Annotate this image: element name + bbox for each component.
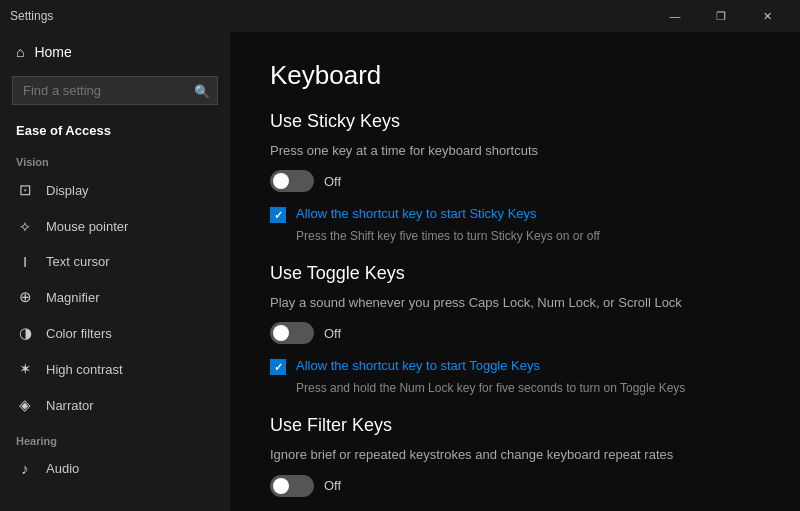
window-controls: — ❐ ✕ xyxy=(652,0,790,32)
narrator-icon: ◈ xyxy=(16,396,34,414)
home-icon: ⌂ xyxy=(16,44,24,60)
sidebar-item-high-contrast[interactable]: ✶ High contrast xyxy=(0,351,230,387)
content-area: Keyboard Use Sticky Keys Press one key a… xyxy=(230,32,800,511)
sticky-keys-title: Use Sticky Keys xyxy=(270,111,760,132)
toggle-keys-title: Use Toggle Keys xyxy=(270,263,760,284)
sticky-keys-toggle-row: Off xyxy=(270,170,760,192)
vision-section-label: Vision xyxy=(0,148,230,172)
sidebar-item-mouse-pointer[interactable]: ⟡ Mouse pointer xyxy=(0,208,230,244)
toggle-keys-checkbox[interactable] xyxy=(270,359,286,375)
filter-keys-toggle[interactable] xyxy=(270,475,314,497)
title-bar: Settings — ❐ ✕ xyxy=(0,0,800,32)
sidebar-item-display[interactable]: ⊡ Display xyxy=(0,172,230,208)
sticky-keys-toggle[interactable] xyxy=(270,170,314,192)
sidebar-narrator-label: Narrator xyxy=(46,398,94,413)
toggle-keys-toggle-label: Off xyxy=(324,326,341,341)
minimize-button[interactable]: — xyxy=(652,0,698,32)
sidebar-item-magnifier[interactable]: ⊕ Magnifier xyxy=(0,279,230,315)
sidebar-color-filters-label: Color filters xyxy=(46,326,112,341)
text-cursor-icon: I xyxy=(16,253,34,270)
search-container: 🔍 xyxy=(12,76,218,105)
toggle-keys-checkbox-label: Allow the shortcut key to start Toggle K… xyxy=(296,358,540,373)
page-title: Keyboard xyxy=(270,60,760,91)
search-icon: 🔍 xyxy=(194,83,210,98)
search-input[interactable] xyxy=(12,76,218,105)
hearing-section-label: Hearing xyxy=(0,427,230,451)
toggle-keys-checkbox-sublabel: Press and hold the Num Lock key for five… xyxy=(270,381,760,395)
sidebar-item-home[interactable]: ⌂ Home xyxy=(0,32,230,72)
sidebar-item-audio[interactable]: ♪ Audio xyxy=(0,451,230,486)
sidebar-high-contrast-label: High contrast xyxy=(46,362,123,377)
maximize-button[interactable]: ❐ xyxy=(698,0,744,32)
display-icon: ⊡ xyxy=(16,181,34,199)
sticky-keys-checkbox-row: Allow the shortcut key to start Sticky K… xyxy=(270,206,760,223)
magnifier-icon: ⊕ xyxy=(16,288,34,306)
sticky-keys-desc: Press one key at a time for keyboard sho… xyxy=(270,142,760,160)
filter-keys-toggle-label: Off xyxy=(324,478,341,493)
filter-keys-toggle-row: Off xyxy=(270,475,760,497)
audio-icon: ♪ xyxy=(16,460,34,477)
mouse-pointer-icon: ⟡ xyxy=(16,217,34,235)
sidebar-home-label: Home xyxy=(34,44,71,60)
toggle-keys-toggle-row: Off xyxy=(270,322,760,344)
breadcrumb: Ease of Access xyxy=(0,117,230,148)
toggle-keys-toggle[interactable] xyxy=(270,322,314,344)
filter-keys-desc: Ignore brief or repeated keystrokes and … xyxy=(270,446,760,464)
sticky-keys-checkbox-label: Allow the shortcut key to start Sticky K… xyxy=(296,206,537,221)
sidebar-item-text-cursor[interactable]: I Text cursor xyxy=(0,244,230,279)
sidebar-item-color-filters[interactable]: ◑ Color filters xyxy=(0,315,230,351)
close-button[interactable]: ✕ xyxy=(744,0,790,32)
sidebar-display-label: Display xyxy=(46,183,89,198)
high-contrast-icon: ✶ xyxy=(16,360,34,378)
sidebar-magnifier-label: Magnifier xyxy=(46,290,99,305)
toggle-keys-checkbox-row: Allow the shortcut key to start Toggle K… xyxy=(270,358,760,375)
app-title: Settings xyxy=(10,9,652,23)
filter-keys-title: Use Filter Keys xyxy=(270,415,760,436)
sticky-keys-checkbox-sublabel: Press the Shift key five times to turn S… xyxy=(270,229,760,243)
color-filters-icon: ◑ xyxy=(16,324,34,342)
sidebar-text-cursor-label: Text cursor xyxy=(46,254,110,269)
sticky-keys-toggle-label: Off xyxy=(324,174,341,189)
toggle-keys-desc: Play a sound whenever you press Caps Loc… xyxy=(270,294,760,312)
main-container: ⌂ Home 🔍 Ease of Access Vision ⊡ Display… xyxy=(0,32,800,511)
sticky-keys-checkbox[interactable] xyxy=(270,207,286,223)
sidebar-mouse-label: Mouse pointer xyxy=(46,219,128,234)
sidebar-item-narrator[interactable]: ◈ Narrator xyxy=(0,387,230,423)
sidebar-audio-label: Audio xyxy=(46,461,79,476)
sidebar: ⌂ Home 🔍 Ease of Access Vision ⊡ Display… xyxy=(0,32,230,511)
